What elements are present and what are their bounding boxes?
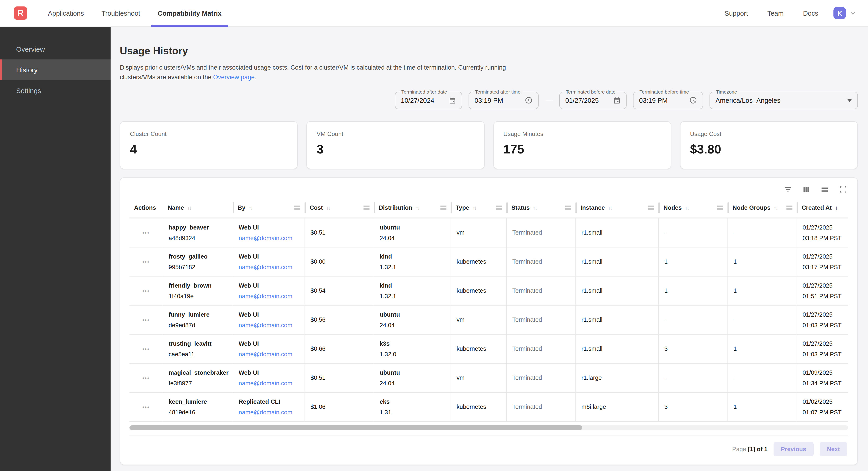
fullscreen-icon[interactable] xyxy=(839,185,847,193)
by-email-link[interactable]: name@domain.com xyxy=(239,263,299,270)
cell-nodes: 1 xyxy=(659,247,728,276)
column-header-cost[interactable]: Cost↑↓ xyxy=(305,198,374,217)
by-email-link[interactable]: name@domain.com xyxy=(239,234,299,241)
cell-instance: r1.small xyxy=(576,247,659,276)
column-menu-icon[interactable] xyxy=(440,206,446,210)
terminated-after-time-input[interactable]: Terminated after time 03:19 PM xyxy=(469,91,538,109)
cell-type: vm xyxy=(451,305,507,334)
cell-cost: $0.00 xyxy=(305,247,374,276)
sort-icon[interactable]: ↑↓ xyxy=(608,204,612,211)
nav-link-support[interactable]: Support xyxy=(715,9,758,17)
replicated-logo[interactable]: R xyxy=(14,6,27,20)
column-header-created_at[interactable]: Created At↓ xyxy=(797,198,848,217)
cell-status: Terminated xyxy=(507,334,576,363)
sidebar-item-settings[interactable]: Settings xyxy=(0,80,111,101)
page-title: Usage History xyxy=(120,45,858,57)
column-menu-icon[interactable] xyxy=(496,206,502,210)
filter-row: Terminated after date 10/27/2024 Termina… xyxy=(120,91,858,109)
by-email-link[interactable]: name@domain.com xyxy=(239,409,299,415)
nav-tab-troubleshoot[interactable]: Troubleshoot xyxy=(93,0,149,27)
calendar-icon[interactable] xyxy=(613,96,621,104)
column-header-by[interactable]: By↑↓ xyxy=(233,198,305,217)
filter-value: 03:19 PM xyxy=(639,96,668,104)
by-email-link[interactable]: name@domain.com xyxy=(239,380,299,386)
stat-value: 4 xyxy=(130,142,288,156)
terminated-after-date-input[interactable]: Terminated after date 10/27/2024 xyxy=(395,91,462,109)
description-text: Displays prior clusters/VMs and their as… xyxy=(120,64,506,81)
clock-icon[interactable] xyxy=(525,96,533,104)
overview-page-link[interactable]: Overview page xyxy=(213,74,254,81)
cell-node-groups: 1 xyxy=(728,334,797,363)
nav-link-team[interactable]: Team xyxy=(758,9,793,17)
table-row: ••• funny_lumierede9ed87d Web UIname@dom… xyxy=(129,305,848,334)
row-actions-button[interactable]: ••• xyxy=(129,305,163,334)
column-menu-icon[interactable] xyxy=(565,206,571,210)
columns-icon[interactable] xyxy=(802,185,810,193)
sort-icon[interactable]: ↑↓ xyxy=(249,204,252,211)
cell-distribution: ubuntu24.04 xyxy=(374,305,451,334)
column-header-name[interactable]: Name↑↓ xyxy=(163,198,233,217)
table-row: ••• magical_stonebrakerfe3f8977 Web UIna… xyxy=(129,363,848,392)
sort-desc-icon[interactable]: ↓ xyxy=(835,204,838,211)
row-actions-button[interactable]: ••• xyxy=(129,276,163,305)
sort-icon[interactable]: ↑↓ xyxy=(472,204,476,211)
timezone-select[interactable]: Timezone America/Los_Angeles xyxy=(710,91,858,109)
app-window: R Applications Troubleshoot Compatibilit… xyxy=(0,0,868,471)
filter-value: America/Los_Angeles xyxy=(715,96,780,104)
clock-icon[interactable] xyxy=(689,96,697,104)
column-header-instance[interactable]: Instance↑↓ xyxy=(576,198,659,217)
sort-icon[interactable]: ↑↓ xyxy=(533,204,536,211)
column-menu-icon[interactable] xyxy=(364,206,370,210)
column-menu-icon[interactable] xyxy=(294,206,300,210)
page-indicator: Page [1] of 1 xyxy=(732,445,768,452)
column-header-status[interactable]: Status↑↓ xyxy=(507,198,576,217)
nav-right-links: Support Team Docs K xyxy=(715,7,856,19)
column-header-node_groups[interactable]: Node Groups↑↓ xyxy=(728,198,797,217)
row-actions-button[interactable]: ••• xyxy=(129,392,163,421)
terminated-before-date-input[interactable]: Terminated before date 01/27/2025 xyxy=(559,91,627,109)
stat-card-vm-count: VM Count 3 xyxy=(307,121,485,169)
row-actions-button[interactable]: ••• xyxy=(129,247,163,276)
nav-link-docs[interactable]: Docs xyxy=(793,9,828,17)
horizontal-scrollbar-thumb[interactable] xyxy=(129,425,582,430)
nav-tab-compatibility-matrix[interactable]: Compatibility Matrix xyxy=(149,0,230,27)
next-page-button[interactable]: Next xyxy=(819,442,847,456)
density-icon[interactable] xyxy=(820,185,829,193)
nav-tab-applications[interactable]: Applications xyxy=(39,0,93,27)
column-header-distribution[interactable]: Distribution↑↓ xyxy=(374,198,451,217)
cell-cost: $0.56 xyxy=(305,305,374,334)
table-body: ••• happy_beavera48d9324 Web UIname@doma… xyxy=(129,218,848,421)
column-header-type[interactable]: Type↑↓ xyxy=(451,198,507,217)
page-text: Page xyxy=(732,445,746,452)
terminated-before-time-input[interactable]: Terminated before time 03:19 PM xyxy=(633,91,703,109)
description-suffix: . xyxy=(254,74,256,81)
column-header-nodes[interactable]: Nodes↑↓ xyxy=(659,198,728,217)
row-actions-button[interactable]: ••• xyxy=(129,334,163,363)
cell-by: Web UIname@domain.com xyxy=(233,334,305,363)
calendar-icon[interactable] xyxy=(449,96,456,104)
filter-icon[interactable] xyxy=(784,185,792,193)
sidebar-item-overview[interactable]: Overview xyxy=(0,39,111,59)
by-email-link[interactable]: name@domain.com xyxy=(239,292,299,299)
sort-icon[interactable]: ↑↓ xyxy=(685,204,688,211)
column-menu-icon[interactable] xyxy=(717,206,723,210)
sort-icon[interactable]: ↑↓ xyxy=(415,204,419,211)
chevron-down-icon[interactable] xyxy=(849,10,856,17)
cell-name: magical_stonebrakerfe3f8977 xyxy=(163,363,233,392)
previous-page-button[interactable]: Previous xyxy=(774,442,814,456)
sort-icon[interactable]: ↑↓ xyxy=(187,204,191,211)
by-email-link[interactable]: name@domain.com xyxy=(239,351,299,357)
sidebar-item-history[interactable]: History xyxy=(0,59,111,80)
cell-nodes: 1 xyxy=(659,276,728,305)
sort-icon[interactable]: ↑↓ xyxy=(774,204,777,211)
row-actions-button[interactable]: ••• xyxy=(129,218,163,247)
column-menu-icon[interactable] xyxy=(786,206,793,210)
sort-icon[interactable]: ↑↓ xyxy=(326,204,330,211)
page-description: Displays prior clusters/VMs and their as… xyxy=(120,63,534,82)
status-badge: Terminated xyxy=(512,374,570,381)
row-actions-button[interactable]: ••• xyxy=(129,363,163,392)
user-avatar[interactable]: K xyxy=(833,7,846,19)
column-menu-icon[interactable] xyxy=(648,206,654,210)
by-email-link[interactable]: name@domain.com xyxy=(239,321,299,328)
cell-nodes: - xyxy=(659,305,728,334)
